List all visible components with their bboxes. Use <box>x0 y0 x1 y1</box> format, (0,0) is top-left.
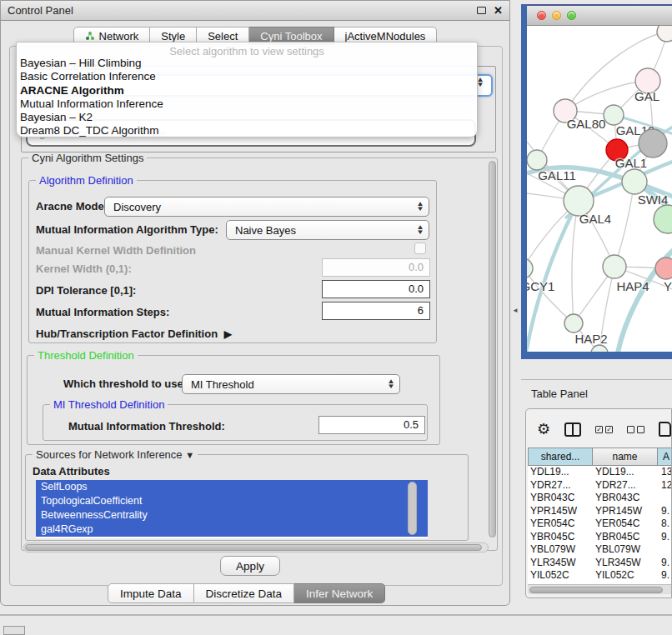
network-node[interactable] <box>657 26 672 42</box>
table-cell[interactable]: YLR345W <box>528 557 593 570</box>
algorithm-option[interactable]: ARACNE Algorithm <box>17 84 477 98</box>
table-row[interactable]: YDR27...YDR27...12 <box>528 479 672 492</box>
panel-splitter-grip[interactable]: ◄ <box>512 307 519 314</box>
select-all-rows-icon[interactable]: ✓✓ <box>595 426 613 433</box>
hub-definition-toggle[interactable]: Hub/Transcription Factor Definition ▶ <box>36 328 228 340</box>
algorithm-option[interactable]: Dream8 DC_TDC Algorithm <box>17 124 477 138</box>
network-node[interactable] <box>654 205 672 233</box>
mi-type-combobox[interactable]: Naive Bayes ▲▼ <box>226 220 429 240</box>
tab-impute-data[interactable]: Impute Data <box>108 583 194 603</box>
table-cell[interactable]: YBR043C <box>593 492 658 505</box>
table-cell[interactable]: YBR045C <box>593 531 658 544</box>
deselect-all-rows-icon[interactable] <box>627 426 644 433</box>
float-window-icon[interactable] <box>477 7 486 14</box>
network-node-hap2[interactable] <box>564 314 583 332</box>
table-row[interactable]: YBR043CYBR043C <box>528 492 672 505</box>
network-node-y[interactable] <box>655 258 672 279</box>
table-cell[interactable]: 9. <box>658 569 672 582</box>
split-columns-icon[interactable] <box>564 422 581 437</box>
hub-definition-label: Hub/Transcription Factor Definition <box>36 328 218 340</box>
algorithm-option[interactable]: Mutual Information Inference <box>17 98 477 111</box>
apply-button[interactable]: Apply <box>220 556 280 576</box>
table-cell[interactable]: YPR145W <box>593 505 658 518</box>
data-attributes-list[interactable]: SelfLoopsTopologicalCoefficientBetweenne… <box>36 480 428 538</box>
manual-kernel-checkbox[interactable] <box>414 242 426 254</box>
network-node-gcy1[interactable] <box>527 258 533 278</box>
attribute-list-item[interactable]: gal4RGexp <box>36 522 428 537</box>
network-node-gal11[interactable] <box>527 150 547 170</box>
table-row[interactable]: YBL079WYBL079W <box>528 543 672 557</box>
table-cell[interactable]: YDL19... <box>593 466 658 479</box>
dpi-tolerance-field[interactable]: 0.0 <box>322 280 430 298</box>
node-label: GAL80 <box>567 117 606 131</box>
aracne-mode-combobox[interactable]: Discovery ▲▼ <box>104 197 429 217</box>
table-cell[interactable]: 8. <box>658 518 672 531</box>
table-cell[interactable]: YBL079W <box>528 543 593 557</box>
table-cell[interactable]: YBR043C <box>528 492 593 505</box>
threshold-definition-title: Threshold Definition <box>34 349 138 362</box>
network-canvas[interactable]: GALGAL80GAL10GAL1GAL11SWI4GAL4GCY1HAP4YH… <box>527 26 672 352</box>
close-icon[interactable]: ✕ <box>494 5 503 16</box>
which-threshold-combobox[interactable]: MI Threshold ▲▼ <box>182 374 400 394</box>
column-header-partial[interactable]: A <box>658 448 672 466</box>
table-row[interactable]: YLR345WYLR345W9. <box>528 557 672 570</box>
table-cell[interactable]: YIL052C <box>528 569 593 582</box>
table-cell[interactable]: YBL079W <box>593 543 658 557</box>
close-traffic-light-icon[interactable] <box>537 11 546 20</box>
table-panel: ⚙ ✓✓ shared... name A YDL19...YDL19...13… <box>525 408 672 598</box>
table-cell[interactable] <box>658 492 672 505</box>
attribute-list-item[interactable]: TopologicalCoefficient <box>36 494 428 508</box>
algorithm-option[interactable]: Bayesian – Hill Climbing <box>17 57 477 70</box>
table-cell[interactable]: 13 <box>658 466 672 479</box>
table-cell[interactable]: 9. <box>658 505 672 518</box>
table-cell[interactable]: YLR345W <box>593 557 658 570</box>
table-row[interactable]: YPR145WYPR145W9. <box>528 505 672 518</box>
table-cell[interactable] <box>658 543 672 557</box>
mi-steps-field[interactable]: 6 <box>322 302 430 320</box>
gear-icon[interactable]: ⚙ <box>537 422 550 437</box>
combo-spinner-icon: ▲▼ <box>415 225 429 235</box>
table-cell[interactable]: YBR045C <box>528 531 593 544</box>
network-node[interactable] <box>639 129 667 158</box>
table-cell[interactable]: 12 <box>658 479 672 492</box>
table-cell[interactable]: YIL052C <box>593 569 658 582</box>
kernel-width-field[interactable]: 0.0 <box>322 258 430 277</box>
network-node-swi4[interactable] <box>622 169 647 194</box>
table-cell[interactable]: YER054C <box>528 518 593 531</box>
algorithm-option[interactable]: Bayesian – K2 <box>17 111 477 124</box>
settings-vertical-scrollbar[interactable] <box>488 160 498 540</box>
algorithm-option[interactable]: Basic Correlation Inference <box>17 70 477 83</box>
mi-threshold-field[interactable]: 0.5 <box>318 416 425 434</box>
column-header-name[interactable]: name <box>593 448 658 466</box>
export-table-icon[interactable] <box>659 422 671 437</box>
table-row[interactable]: YIL052CYIL052C9. <box>528 569 672 582</box>
column-header-shared-name[interactable]: shared... <box>528 448 593 466</box>
attributes-list-scrollbar[interactable] <box>408 482 417 535</box>
network-window-titlebar[interactable] <box>527 4 672 26</box>
network-node-hap4[interactable] <box>603 255 626 278</box>
network-edge[interactable] <box>572 201 579 323</box>
attribute-list-item[interactable]: BetweennessCentrality <box>36 508 428 522</box>
table-cell[interactable]: YDR27... <box>528 479 593 492</box>
network-edge[interactable] <box>614 182 634 267</box>
table-horizontal-scrollbar[interactable] <box>528 584 672 594</box>
table-cell[interactable]: 9. <box>658 531 672 544</box>
tab-discretize-data[interactable]: Discretize Data <box>194 583 295 603</box>
table-cell[interactable]: YDR27... <box>593 479 658 492</box>
settings-horizontal-scrollbar[interactable] <box>23 542 489 552</box>
collapsed-panel-button[interactable] <box>3 626 25 635</box>
network-view-window: GALGAL80GAL10GAL1GAL11SWI4GAL4GCY1HAP4YH… <box>521 4 672 359</box>
table-row[interactable]: YDL19...YDL19...13 <box>528 466 672 479</box>
tab-infer-network[interactable]: Infer Network <box>294 583 385 603</box>
table-cell[interactable]: YDL19... <box>528 466 593 479</box>
table-cell[interactable]: YER054C <box>593 518 658 531</box>
table-row[interactable]: YER054CYER054C8. <box>528 518 672 531</box>
table-cell[interactable]: 9. <box>658 557 672 570</box>
table-row[interactable]: YBR045CYBR045C9. <box>528 531 672 544</box>
network-node-gal10[interactable] <box>604 105 624 125</box>
sources-group-title[interactable]: Sources for Network Inference ▼ <box>33 448 198 461</box>
attribute-list-item[interactable]: SelfLoops <box>36 480 428 494</box>
minimize-traffic-light-icon[interactable] <box>552 11 561 20</box>
zoom-traffic-light-icon[interactable] <box>567 11 576 20</box>
table-cell[interactable]: YPR145W <box>528 505 593 518</box>
